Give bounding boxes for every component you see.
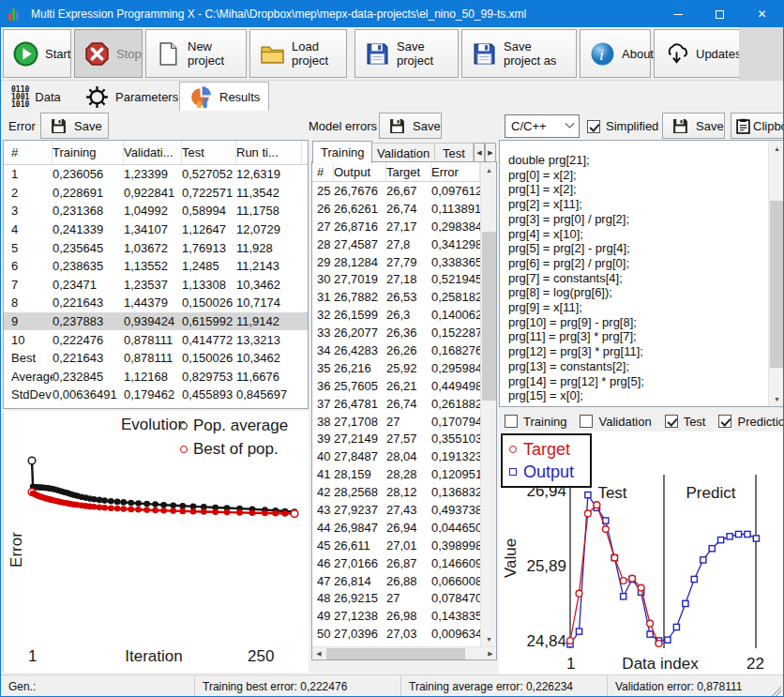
table-row[interactable]: 2726,871627,170,298384 bbox=[312, 218, 481, 235]
table-row[interactable]: 2827,458727,80,341298 bbox=[312, 235, 481, 253]
table-row[interactable]: 4027,848728,040,191323 bbox=[312, 447, 481, 465]
code-vertical-scrollbar[interactable]: ▲ ▼ bbox=[768, 141, 784, 406]
table-row[interactable]: 3827,1708270,170794 bbox=[312, 413, 481, 431]
table-row[interactable]: 3226,159926,30,140062 bbox=[312, 306, 481, 324]
binary-data-icon: 011010011010 bbox=[11, 86, 29, 109]
table-row[interactable]: 4228,256828,120,136832 bbox=[312, 483, 481, 501]
table-row[interactable]: 2626,626126,740,113891 bbox=[312, 200, 481, 218]
errors-horizontal-scrollbar[interactable]: ◀ ▶ bbox=[312, 646, 497, 659]
resize-grip[interactable] bbox=[772, 687, 781, 696]
new-project-button[interactable]: New project bbox=[145, 29, 247, 78]
table-cell: 30 bbox=[312, 272, 334, 286]
test-checkbox[interactable]: Test bbox=[665, 415, 706, 429]
table-row[interactable]: 4927,123826,980,143835 bbox=[312, 607, 481, 625]
language-select[interactable]: C/C++ bbox=[505, 114, 580, 138]
scroll-left-icon[interactable]: ◀ bbox=[312, 647, 325, 660]
table-row[interactable]: 3927,214927,570,355103 bbox=[312, 430, 481, 447]
column-header[interactable]: Training bbox=[53, 141, 124, 164]
tab-data[interactable]: 011010011010 Data bbox=[3, 83, 69, 111]
model-errors-label: Model errors bbox=[309, 119, 377, 133]
table-row[interactable]: 90,2378830,9394240,61599211,9142 bbox=[4, 312, 308, 331]
table-row[interactable]: 3126,788226,530,258182 bbox=[312, 288, 481, 306]
table-row[interactable]: 3326,207726,360,152287 bbox=[312, 324, 481, 341]
table-row[interactable]: Best0,2216430,8781110,15002610,3462 bbox=[4, 349, 308, 368]
column-header[interactable]: Target bbox=[386, 162, 431, 181]
table-row[interactable]: 4726,81426,880,066008 bbox=[312, 572, 481, 590]
errors-tab-validation[interactable]: Validation bbox=[369, 143, 438, 163]
table-cell: 0,232845 bbox=[53, 370, 124, 384]
column-header[interactable]: # bbox=[312, 162, 334, 181]
table-row[interactable]: 70,234711,235371,1330810,3462 bbox=[4, 276, 308, 295]
table-row[interactable]: 4627,016626,870,146609 bbox=[312, 554, 481, 572]
table-row[interactable]: 3726,478126,740,261882 bbox=[312, 395, 481, 413]
column-header[interactable]: Output bbox=[334, 162, 386, 181]
column-header[interactable]: Validati... bbox=[124, 141, 182, 164]
scrollbar-thumb[interactable] bbox=[770, 201, 784, 368]
predictions-checkbox[interactable]: Predictions bbox=[718, 415, 784, 429]
model-errors-save-button[interactable]: Save bbox=[379, 113, 442, 139]
table-row[interactable]: 100,2224760,8781110,41477213,3213 bbox=[4, 330, 308, 349]
close-button[interactable]: ✕ bbox=[741, 1, 783, 27]
simplified-checkbox[interactable]: Simplified bbox=[587, 119, 658, 133]
table-cell: 0,152287 bbox=[431, 326, 480, 340]
save-project-button[interactable]: Save project bbox=[354, 29, 459, 78]
table-row[interactable]: StdDev0,006364910,1794620,4558930,845697 bbox=[4, 386, 308, 404]
scroll-right-icon[interactable]: ▶ bbox=[484, 647, 497, 660]
table-row[interactable]: 4327,923727,430,493738 bbox=[312, 501, 481, 519]
code-save-button[interactable]: Save bbox=[662, 113, 725, 139]
table-row[interactable]: 2928,128427,790,338365 bbox=[312, 253, 481, 271]
clipboard-label: Clipboard bbox=[753, 119, 784, 133]
save-project-as-button[interactable]: Save project as bbox=[461, 29, 577, 78]
table-row[interactable]: 60,2386351,135521,248511,2143 bbox=[4, 257, 308, 276]
tab-scroll-left-button[interactable]: ◀ bbox=[474, 143, 485, 162]
table-row[interactable]: 3526,21625,920,295984 bbox=[312, 359, 481, 377]
updates-button[interactable]: Updates bbox=[654, 29, 740, 78]
scroll-up-icon[interactable]: ▲ bbox=[481, 162, 497, 177]
tab-scroll-right-button[interactable]: ▶ bbox=[485, 143, 496, 162]
column-header[interactable]: Test bbox=[182, 141, 236, 164]
table-row[interactable]: 40,2413391,341071,1264712,0729 bbox=[4, 220, 308, 239]
clipboard-button[interactable]: Clipboard bbox=[731, 113, 784, 139]
load-project-button[interactable]: Load project bbox=[249, 29, 347, 78]
table-row[interactable]: 10,2360561,233990,52705212,6319 bbox=[4, 165, 308, 184]
errors-tab-training[interactable]: Training bbox=[312, 141, 372, 163]
tab-results[interactable]: Results bbox=[179, 82, 269, 111]
maximize-button[interactable] bbox=[699, 1, 741, 27]
column-header[interactable]: Run ti... bbox=[236, 141, 302, 164]
table-row[interactable]: 30,2313681,049920,5899411,1758 bbox=[4, 202, 308, 220]
table-row[interactable]: 4826,9215270,078470 bbox=[312, 589, 481, 607]
validation-checkbox[interactable]: Validation bbox=[580, 415, 651, 429]
scrollbar-thumb[interactable] bbox=[482, 232, 496, 401]
error-save-button[interactable]: Save bbox=[40, 113, 109, 139]
column-header[interactable]: # bbox=[4, 141, 53, 164]
title-bar[interactable]: Multi Expression Programming X - C:\Miha… bbox=[1, 1, 783, 27]
table-row[interactable]: 20,2286910,9228410,72257111,3542 bbox=[4, 184, 308, 203]
scroll-up-icon[interactable]: ▲ bbox=[769, 141, 784, 156]
table-row[interactable]: 4128,15928,280,120951 bbox=[312, 465, 481, 483]
start-button[interactable]: Start bbox=[3, 29, 71, 78]
scrollbar-thumb[interactable] bbox=[326, 648, 465, 659]
errors-tab-test[interactable]: Test bbox=[434, 143, 474, 163]
code-panel[interactable]: double prg[21];prg[0] = x[2];prg[1] = x[… bbox=[499, 140, 784, 407]
table-row[interactable]: Average0,2328451,121680,82975311,6676 bbox=[4, 368, 308, 386]
table-row[interactable]: 3426,428326,260,168276 bbox=[312, 341, 481, 359]
table-row[interactable]: 80,2216431,443790,15002610,7174 bbox=[4, 294, 308, 312]
table-cell: 0,228691 bbox=[53, 186, 124, 200]
training-checkbox[interactable]: Training bbox=[505, 415, 566, 429]
table-row[interactable]: 3625,760526,210,449498 bbox=[312, 377, 481, 395]
table-row[interactable]: 4526,61127,010,398998 bbox=[312, 537, 481, 554]
table-row[interactable]: 3027,701927,180,521945 bbox=[312, 270, 481, 288]
prediction-xmin: 1 bbox=[566, 655, 575, 674]
tab-parameters[interactable]: Parameters bbox=[76, 83, 187, 111]
table-row[interactable]: 50,2356451,036721,7691311,928 bbox=[4, 238, 308, 257]
scroll-down-icon[interactable]: ▼ bbox=[769, 391, 784, 406]
table-row[interactable]: 4426,984726,940,044650 bbox=[312, 519, 481, 537]
table-row[interactable]: 5027,039627,030,009634 bbox=[312, 625, 481, 643]
errors-vertical-scrollbar[interactable]: ▲ ▼ bbox=[480, 162, 496, 646]
table-row[interactable]: 2526,767626,670,097612 bbox=[312, 182, 481, 200]
minimize-button[interactable] bbox=[656, 1, 699, 27]
about-button[interactable]: i About bbox=[580, 29, 651, 78]
column-header[interactable]: Error bbox=[431, 162, 480, 181]
scroll-down-icon[interactable]: ▼ bbox=[481, 631, 497, 646]
stop-button[interactable]: Stop bbox=[74, 29, 143, 78]
